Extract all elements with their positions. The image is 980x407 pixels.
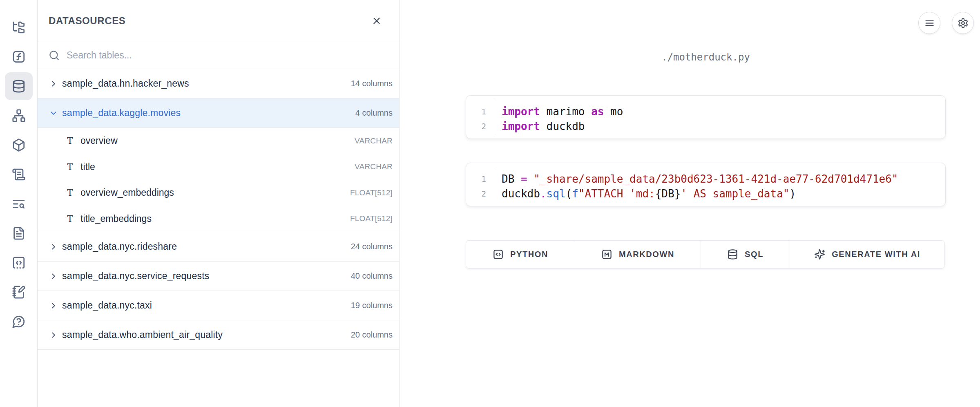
sidebar-item-dependency-graph[interactable] [5,102,33,130]
chevron-right-icon [49,272,58,281]
table-row[interactable]: sample_data.who.ambient_air_quality20 co… [38,320,399,350]
code-line: DB = "_share/sample_data/23b0d623-1361-4… [502,172,898,186]
chevron-right-icon [49,301,58,310]
table-row[interactable]: sample_data.nyc.service_requests40 colum… [38,262,399,291]
line-number: 1 [466,104,494,119]
table-name: sample_data.hn.hacker_news [62,78,351,89]
functions-icon [12,50,26,64]
search-icon [49,50,60,61]
table-row[interactable]: sample_data.nyc.taxi19 columns [38,291,399,320]
notebook-menu-button[interactable] [918,12,940,34]
sparkles-icon [814,249,825,260]
datasources-icon [12,79,26,93]
table-name: sample_data.nyc.service_requests [62,271,351,282]
sidebar-item-help[interactable] [5,308,33,335]
chevron-right-icon [49,79,58,88]
gear-icon [958,18,969,29]
table-column-count: 40 columns [351,271,393,281]
panel-title: DATASOURCES [49,15,125,27]
table-row[interactable]: sample_data.hn.hacker_news14 columns [38,69,399,98]
column-type: VARCHAR [355,136,393,145]
notebook-filename[interactable]: ./motherduck.py [466,51,946,63]
chevron-right-icon [49,272,58,281]
code-line: import duckdb [502,119,623,134]
square-code-icon [493,249,504,260]
sidebar-item-functions[interactable] [5,43,33,71]
sidebar-item-snippets[interactable] [5,219,33,247]
text-type-icon: T [67,136,80,146]
table-name: sample_data.nyc.rideshare [62,241,351,252]
line-number: 2 [466,186,494,201]
column-row[interactable]: ToverviewVARCHAR [38,128,399,154]
code-line: import marimo as mo [502,104,623,119]
table-column-count: 20 columns [351,330,393,340]
column-type: VARCHAR [355,162,393,171]
line-number-gutter: 12 [466,96,494,139]
database-icon [727,249,738,260]
table-row[interactable]: sample_data.nyc.rideshare24 columns [38,232,399,262]
chevron-right-icon [49,331,58,340]
dependency-graph-icon [12,109,26,123]
column-name: overview_embeddings [80,187,350,198]
code-line: duckdb.sql(f"ATTACH 'md:{DB}' AS sample_… [502,186,898,201]
file-explorer-icon [12,20,26,34]
scratchpad-icon [12,256,26,270]
panel-header: DATASOURCES [38,0,399,42]
datasources-panel: DATASOURCES sample_data.hn.hacker_news14… [38,0,400,407]
activity-bar [0,0,38,407]
code-cell[interactable]: 12import marimo as moimport duckdb [466,95,946,139]
add-markdown-cell-button[interactable]: MARKDOWN [575,241,701,268]
search-bar [38,42,399,69]
close-icon [371,16,382,26]
add-sql-cell-button[interactable]: SQL [701,241,790,268]
code-editor[interactable]: DB = "_share/sample_data/23b0d623-1361-4… [494,163,898,206]
chevron-right-icon [49,331,58,340]
sidebar-item-packages[interactable] [5,131,33,159]
add-cell-button-label: PYTHON [510,250,548,259]
table-column-count: 4 columns [355,108,393,118]
column-name: title [80,161,355,172]
text-type-icon: T [67,214,80,224]
sidebar-item-documentation[interactable] [5,161,33,188]
sidebar-item-scratchpad[interactable] [5,249,33,277]
column-name: overview [80,135,355,146]
chevron-down-icon [49,109,58,118]
sidebar-item-notebook[interactable] [5,278,33,306]
text-type-icon: T [67,162,80,172]
table-row[interactable]: sample_data.kaggle.movies4 columns [38,98,399,128]
chevron-right-icon [49,79,58,88]
add-cell-button-label: SQL [745,250,763,259]
code-editor[interactable]: import marimo as moimport duckdb [494,96,623,139]
column-name: title_embeddings [80,213,350,224]
sidebar-item-datasources[interactable] [5,72,33,100]
add-python-cell-button[interactable]: PYTHON [466,241,575,268]
table-column-count: 24 columns [351,242,393,251]
code-cell[interactable]: 12DB = "_share/sample_data/23b0d623-1361… [466,163,946,206]
sidebar-item-logs[interactable] [5,190,33,218]
chevron-right-icon [49,301,58,310]
help-icon [12,315,26,329]
add-cell-toolbar: PYTHONMARKDOWNSQLGENERATE WITH AI [466,240,945,268]
chevron-right-icon [49,242,58,251]
chevron-right-icon [49,242,58,251]
column-type: FLOAT[512] [350,188,393,197]
packages-icon [12,138,26,152]
close-panel-button[interactable] [371,15,383,27]
search-input[interactable] [67,50,389,61]
add-cell-button-label: GENERATE WITH AI [832,250,920,259]
menu-icon [924,18,935,29]
documentation-icon [12,168,26,181]
column-row[interactable]: Ttitle_embeddingsFLOAT[512] [38,206,399,232]
column-row[interactable]: Toverview_embeddingsFLOAT[512] [38,180,399,206]
sidebar-item-file-explorer[interactable] [5,13,33,41]
table-name: sample_data.nyc.taxi [62,300,351,311]
add-cell-button-label: MARKDOWN [619,250,674,259]
table-columns: ToverviewVARCHARTtitleVARCHARToverview_e… [38,128,399,232]
table-column-count: 14 columns [351,79,393,88]
add-generate-with-ai-cell-button[interactable]: GENERATE WITH AI [790,241,944,268]
settings-button[interactable] [952,12,974,34]
column-row[interactable]: TtitleVARCHAR [38,154,399,180]
logs-icon [12,197,26,211]
table-name: sample_data.kaggle.movies [62,107,355,119]
text-type-icon: T [67,188,80,198]
